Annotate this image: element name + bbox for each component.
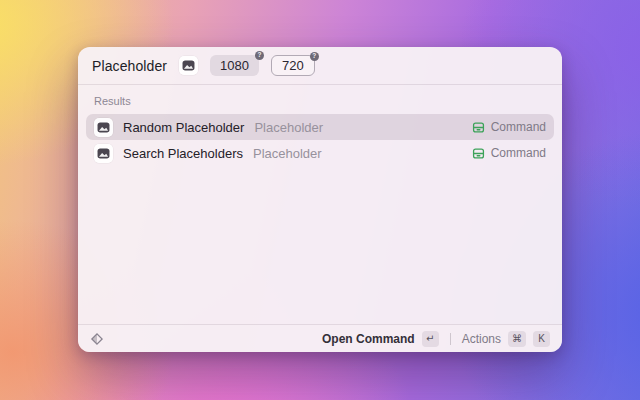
command-drawer-icon <box>472 147 485 160</box>
list-item-random-placeholder[interactable]: Random Placeholder Placeholder Command <box>86 114 554 140</box>
result-accessory: Command <box>472 120 546 134</box>
result-icon-tile <box>94 118 113 137</box>
k-keycap: K <box>533 331 550 347</box>
result-subtitle: Placeholder <box>253 146 322 161</box>
argument-width-value: 1080 <box>220 58 249 73</box>
result-subtitle: Placeholder <box>254 120 323 135</box>
placeholder-image-icon <box>97 122 110 133</box>
search-input[interactable]: Placeholder <box>92 58 167 74</box>
argument-info-badge[interactable]: ? <box>255 51 264 60</box>
placeholder-image-icon <box>182 60 195 71</box>
placeholder-image-icon <box>97 148 110 159</box>
argument-height-pill[interactable]: 720 ? <box>271 55 315 76</box>
result-accessory: Command <box>472 146 546 160</box>
results-header: Results <box>78 89 562 114</box>
argument-height-value: 720 <box>282 58 304 73</box>
result-title: Random Placeholder <box>123 120 244 135</box>
list-item-search-placeholders[interactable]: Search Placeholders Placeholder Command <box>86 140 554 166</box>
launcher-window: Placeholder 1080 ? 720 ? Results <box>78 47 562 352</box>
open-command-button[interactable]: Open Command <box>322 332 415 346</box>
results-panel: Results Random Placeholder Placeholder <box>78 85 562 324</box>
action-bar: Open Command ↵ Actions ⌘ K <box>78 324 562 352</box>
argument-width-pill[interactable]: 1080 ? <box>210 55 259 76</box>
command-keycap: ⌘ <box>508 331 526 347</box>
actions-button[interactable]: Actions <box>462 332 501 346</box>
results-list: Random Placeholder Placeholder Command <box>78 114 562 166</box>
diamond-icon <box>90 332 104 346</box>
result-accessory-label: Command <box>491 120 546 134</box>
argument-info-badge[interactable]: ? <box>310 52 319 61</box>
command-drawer-icon <box>472 121 485 134</box>
placeholder-app-icon-tile <box>179 56 198 75</box>
result-accessory-label: Command <box>491 146 546 160</box>
result-icon-tile <box>94 144 113 163</box>
footer-divider <box>450 333 451 345</box>
search-bar[interactable]: Placeholder 1080 ? 720 ? <box>78 47 562 85</box>
result-title: Search Placeholders <box>123 146 243 161</box>
return-keycap: ↵ <box>422 331 439 347</box>
